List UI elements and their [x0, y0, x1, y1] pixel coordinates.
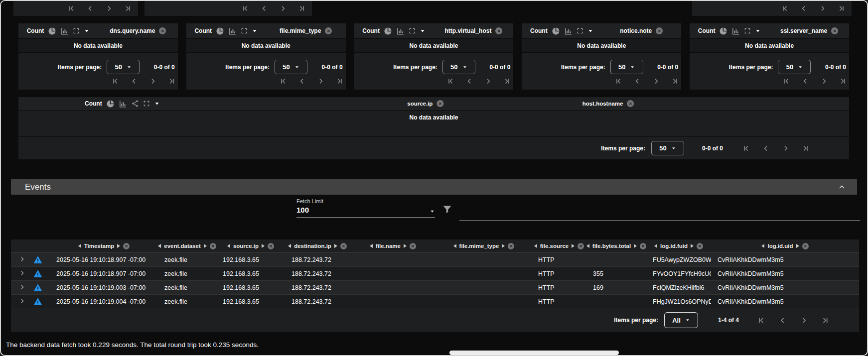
- bar-chart-icon[interactable]: [564, 27, 573, 35]
- pie-chart-icon[interactable]: [48, 27, 56, 35]
- remove-column-icon[interactable]: ✕: [802, 243, 809, 249]
- next-page-button[interactable]: [820, 77, 828, 85]
- last-page-button[interactable]: [168, 77, 176, 85]
- pie-chart-icon[interactable]: [384, 27, 392, 35]
- next-page-button[interactable]: [819, 4, 827, 12]
- page-size-select[interactable]: 50: [107, 60, 140, 74]
- move-column-left-icon[interactable]: [288, 244, 291, 248]
- remove-column-icon[interactable]: ✕: [210, 243, 216, 249]
- previous-page-button[interactable]: [465, 77, 473, 85]
- caret-down-icon[interactable]: [755, 28, 761, 34]
- fetch-limit-select[interactable]: 100: [296, 206, 435, 218]
- last-page-button[interactable]: [503, 77, 511, 85]
- last-page-button[interactable]: [336, 77, 344, 85]
- page-size-select[interactable]: All: [664, 312, 698, 328]
- previous-page-button[interactable]: [86, 4, 94, 12]
- last-page-button[interactable]: [671, 77, 679, 85]
- bar-chart-icon[interactable]: [228, 27, 237, 35]
- fullscreen-icon[interactable]: [409, 27, 416, 34]
- previous-page-button[interactable]: [633, 77, 641, 85]
- caret-down-icon[interactable]: [84, 28, 90, 34]
- first-page-button[interactable]: [757, 316, 765, 325]
- move-column-right-icon[interactable]: [262, 244, 265, 248]
- move-column-left-icon[interactable]: [370, 244, 373, 248]
- bar-chart-icon[interactable]: [60, 27, 69, 35]
- move-column-right-icon[interactable]: [502, 244, 505, 248]
- remove-column-icon[interactable]: ✕: [340, 243, 347, 249]
- first-page-button[interactable]: [614, 77, 622, 85]
- remove-field-icon[interactable]: ✕: [436, 100, 443, 107]
- remove-column-icon[interactable]: ✕: [410, 243, 416, 249]
- next-page-button[interactable]: [800, 316, 808, 325]
- move-column-left-icon[interactable]: [586, 244, 589, 248]
- move-column-left-icon[interactable]: [78, 244, 81, 248]
- pie-chart-icon[interactable]: [216, 27, 224, 35]
- remove-column-icon[interactable]: ✕: [697, 243, 703, 249]
- fullscreen-icon[interactable]: [241, 27, 248, 34]
- move-column-right-icon[interactable]: [334, 244, 337, 248]
- remove-column-icon[interactable]: ✕: [578, 243, 584, 249]
- move-column-right-icon[interactable]: [796, 244, 799, 248]
- last-page-button[interactable]: [838, 4, 846, 12]
- fullscreen-icon[interactable]: [73, 27, 80, 34]
- page-size-select[interactable]: 50: [778, 60, 811, 74]
- first-page-button[interactable]: [782, 77, 790, 85]
- last-page-button[interactable]: [124, 4, 132, 12]
- network-graph-icon[interactable]: [131, 100, 139, 108]
- move-column-right-icon[interactable]: [404, 244, 407, 248]
- first-page-button[interactable]: [241, 4, 249, 12]
- page-size-select[interactable]: 50: [442, 60, 475, 74]
- pie-chart-icon[interactable]: [106, 100, 115, 108]
- caret-down-icon[interactable]: [587, 28, 593, 34]
- last-page-button[interactable]: [839, 77, 847, 85]
- next-page-button[interactable]: [652, 77, 660, 85]
- previous-page-button[interactable]: [130, 77, 138, 85]
- remove-field-icon[interactable]: ✕: [627, 100, 634, 107]
- remove-column-icon[interactable]: ✕: [268, 243, 274, 249]
- caret-down-icon[interactable]: [420, 28, 426, 34]
- move-column-right-icon[interactable]: [572, 244, 575, 248]
- expand-row-icon[interactable]: [18, 297, 26, 305]
- filter-funnel-icon[interactable]: [442, 204, 452, 215]
- fullscreen-icon[interactable]: [143, 100, 150, 107]
- last-page-button[interactable]: [802, 144, 810, 152]
- move-column-left-icon[interactable]: [534, 244, 537, 248]
- pie-chart-icon[interactable]: [719, 27, 727, 35]
- remove-field-icon[interactable]: ✕: [159, 27, 166, 34]
- first-page-button[interactable]: [111, 77, 119, 85]
- expand-row-icon[interactable]: [18, 269, 26, 277]
- fullscreen-icon[interactable]: [744, 27, 751, 34]
- remove-column-icon[interactable]: ✕: [123, 243, 130, 249]
- previous-page-button[interactable]: [298, 77, 306, 85]
- last-page-button[interactable]: [821, 316, 830, 325]
- last-page-button[interactable]: [298, 4, 306, 12]
- move-column-left-icon[interactable]: [158, 244, 161, 248]
- remove-field-icon[interactable]: ✕: [325, 27, 332, 34]
- previous-page-button[interactable]: [762, 144, 770, 152]
- filter-input[interactable]: [459, 207, 860, 221]
- expand-row-icon[interactable]: [18, 283, 26, 291]
- pie-chart-icon[interactable]: [552, 27, 560, 35]
- next-page-button[interactable]: [105, 4, 113, 12]
- move-column-right-icon[interactable]: [204, 244, 207, 248]
- page-size-select[interactable]: 50: [610, 60, 643, 74]
- next-page-button[interactable]: [484, 77, 492, 85]
- events-section-header[interactable]: Events: [11, 179, 857, 195]
- first-page-button[interactable]: [67, 4, 75, 12]
- next-page-button[interactable]: [782, 144, 790, 152]
- bar-chart-icon[interactable]: [731, 27, 740, 35]
- first-page-button[interactable]: [781, 4, 789, 12]
- page-size-select[interactable]: 50: [651, 141, 684, 155]
- page-size-select[interactable]: 50: [275, 60, 307, 74]
- remove-column-icon[interactable]: ✕: [640, 243, 646, 249]
- move-column-left-icon[interactable]: [227, 244, 230, 248]
- caret-down-icon[interactable]: [252, 28, 258, 34]
- remove-field-icon[interactable]: ✕: [831, 27, 838, 34]
- first-page-button[interactable]: [742, 144, 750, 152]
- move-column-left-icon[interactable]: [761, 244, 764, 248]
- previous-page-button[interactable]: [801, 77, 809, 85]
- next-page-button[interactable]: [279, 4, 287, 12]
- first-page-button[interactable]: [279, 77, 287, 85]
- move-column-right-icon[interactable]: [117, 244, 120, 248]
- fullscreen-icon[interactable]: [577, 27, 583, 34]
